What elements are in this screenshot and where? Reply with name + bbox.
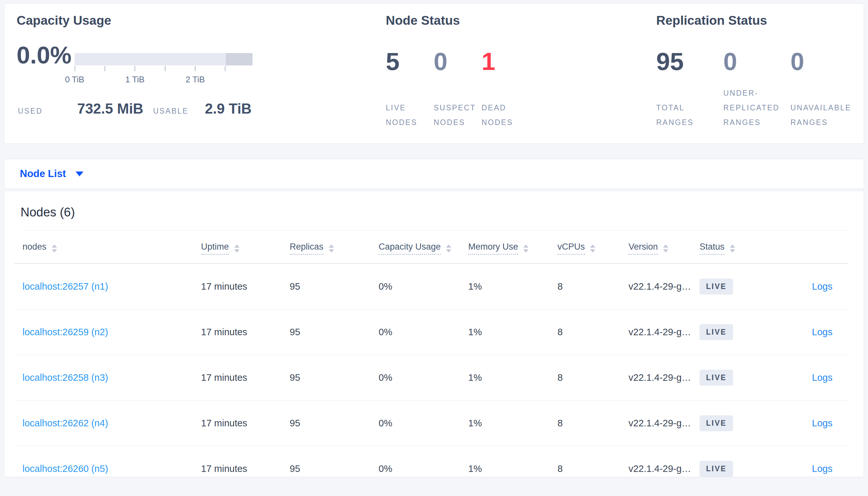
capacity-usage-title: Capacity Usage	[17, 13, 111, 28]
table-row: localhost:26260 (n5) 17 minutes 95 0% 1%…	[15, 446, 848, 477]
logs-link[interactable]: Logs	[812, 418, 848, 429]
sort-desc-arrow-icon	[234, 249, 239, 252]
version-cell: v22.1.4-29-g…	[629, 327, 700, 338]
column-header[interactable]: nodes	[23, 242, 201, 255]
metric-label: UNDER-REPLICATED RANGES	[723, 86, 789, 130]
node-address-link[interactable]: localhost:26257 (n1)	[23, 281, 201, 292]
column-header-label: Version	[629, 242, 658, 255]
logs-link[interactable]: Logs	[812, 372, 848, 383]
node-list-dropdown-label: Node List	[20, 168, 66, 180]
column-header-label: Replicas	[290, 242, 324, 255]
capacity-percent-value: 0.0%	[17, 43, 72, 67]
sort-desc-arrow-icon	[523, 249, 528, 252]
column-header[interactable]: Replicas	[290, 242, 379, 255]
column-header[interactable]: Status	[700, 242, 780, 255]
column-header[interactable]: Capacity Usage	[379, 242, 468, 255]
sort-icon	[329, 244, 334, 252]
nodes-table-panel: Nodes (6) nodes Uptime	[4, 191, 864, 477]
replication-metric: 95 TOTAL RANGES	[656, 48, 723, 130]
replication-metric: 0 UNAVAILABLE RANGES	[791, 48, 857, 130]
vcpus-cell: 8	[557, 281, 629, 292]
tick-label-0tib: 0 TiB	[65, 75, 84, 84]
node-address-link[interactable]: localhost:26258 (n3)	[23, 372, 201, 383]
capacity-usage-cell: 0%	[379, 418, 468, 429]
version-cell: v22.1.4-29-g…	[629, 281, 700, 292]
tick-label-1tib: 1 TiB	[125, 75, 144, 84]
nodes-table: nodes Uptime	[15, 231, 848, 477]
sort-icon	[663, 244, 668, 252]
sort-asc-arrow-icon	[446, 244, 451, 248]
capacity-usage-cell: 0%	[379, 327, 468, 338]
version-cell: v22.1.4-29-g…	[629, 463, 700, 474]
uptime-cell: 17 minutes	[201, 372, 290, 383]
version-cell: v22.1.4-29-g…	[629, 418, 700, 429]
column-header[interactable]: Memory Use	[468, 242, 557, 255]
metric-label: UNAVAILABLE RANGES	[791, 100, 856, 130]
column-header[interactable]: Uptime	[201, 242, 290, 255]
used-value: 732.5 MiB	[77, 100, 144, 117]
node-status-metric: 1 DEAD NODES	[482, 48, 529, 130]
column-header-label: nodes	[23, 242, 47, 255]
nodes-section-title: Nodes (6)	[20, 205, 864, 219]
tick-mark	[195, 66, 195, 71]
column-header[interactable]: vCPUs	[557, 242, 629, 255]
metric-label: DEAD NODES	[482, 100, 525, 130]
node-status-metric: 0 SUSPECT NODES	[434, 48, 482, 130]
replicas-cell: 95	[290, 327, 379, 338]
column-header-label: Capacity Usage	[379, 242, 441, 255]
sort-icon	[52, 244, 57, 252]
status-badge: LIVE	[700, 370, 733, 386]
nodes-table-body: localhost:26257 (n1) 17 minutes 95 0% 1%…	[15, 264, 848, 477]
replicas-cell: 95	[290, 281, 379, 292]
metric-value: 0	[723, 48, 791, 75]
column-header-label: vCPUs	[557, 242, 585, 255]
node-status-title: Node Status	[386, 13, 460, 28]
sort-asc-arrow-icon	[730, 244, 735, 248]
logs-link[interactable]: Logs	[812, 327, 848, 338]
sort-desc-arrow-icon	[52, 249, 57, 252]
metric-value: 1	[482, 48, 529, 75]
uptime-cell: 17 minutes	[201, 327, 290, 338]
memory-use-cell: 1%	[468, 418, 557, 429]
node-address-link[interactable]: localhost:26262 (n4)	[23, 418, 201, 429]
table-row: localhost:26259 (n2) 17 minutes 95 0% 1%…	[15, 310, 848, 355]
memory-use-cell: 1%	[468, 372, 557, 383]
uptime-cell: 17 minutes	[201, 418, 290, 429]
table-row: localhost:26257 (n1) 17 minutes 95 0% 1%…	[15, 264, 848, 310]
node-address-link[interactable]: localhost:26260 (n5)	[23, 463, 201, 474]
node-list-dropdown[interactable]: Node List	[20, 168, 84, 180]
version-cell: v22.1.4-29-g…	[629, 372, 700, 383]
status-badge: LIVE	[700, 461, 733, 477]
tick-label-2tib: 2 TiB	[185, 75, 205, 84]
capacity-usage-bar	[75, 53, 253, 65]
metric-label: LIVE NODES	[386, 100, 430, 130]
replicas-cell: 95	[290, 418, 379, 429]
tick-mark	[75, 66, 75, 71]
sort-asc-arrow-icon	[234, 244, 239, 248]
logs-link[interactable]: Logs	[812, 463, 848, 474]
capacity-usage-cell: 0%	[379, 281, 468, 292]
logs-link[interactable]: Logs	[812, 281, 848, 292]
vcpus-cell: 8	[557, 418, 629, 429]
column-header[interactable]: Version	[629, 242, 700, 255]
status-badge: LIVE	[700, 415, 733, 431]
nodes-table-header-row: nodes Uptime	[15, 231, 848, 264]
sort-desc-arrow-icon	[446, 249, 451, 252]
vcpus-cell: 8	[557, 372, 629, 383]
sort-asc-arrow-icon	[663, 244, 668, 248]
tick-mark	[135, 66, 135, 71]
uptime-cell: 17 minutes	[201, 463, 290, 474]
table-row: localhost:26262 (n4) 17 minutes 95 0% 1%…	[15, 401, 848, 446]
column-header-label: Memory Use	[468, 242, 518, 255]
sort-desc-arrow-icon	[329, 249, 334, 252]
replicas-cell: 95	[290, 463, 379, 474]
metric-label: TOTAL RANGES	[656, 100, 721, 130]
sort-asc-arrow-icon	[329, 244, 334, 248]
memory-use-cell: 1%	[468, 463, 557, 474]
sort-desc-arrow-icon	[663, 249, 668, 252]
column-header-label: Status	[700, 242, 724, 255]
node-address-link[interactable]: localhost:26259 (n2)	[23, 327, 201, 338]
sort-asc-arrow-icon	[523, 244, 528, 248]
memory-use-cell: 1%	[468, 327, 557, 338]
vcpus-cell: 8	[557, 327, 629, 338]
